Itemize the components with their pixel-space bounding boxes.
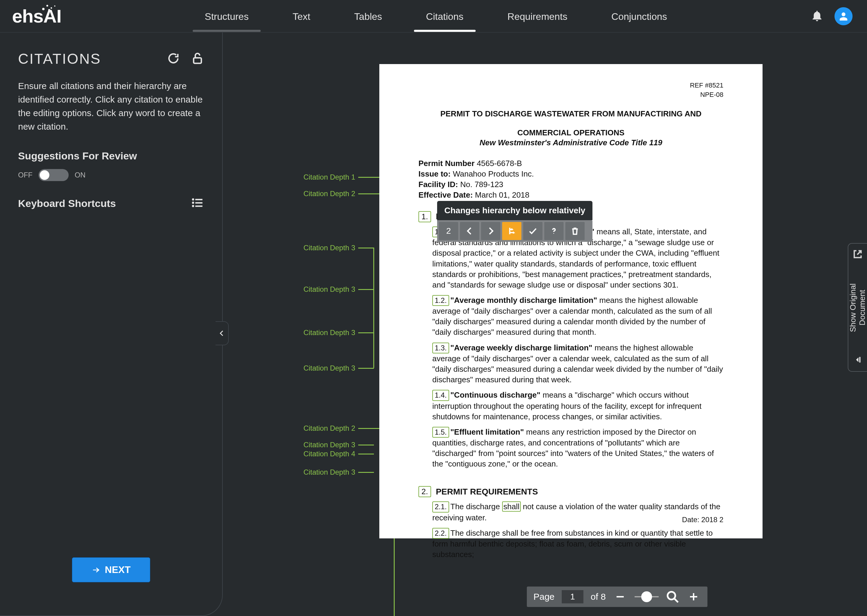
suggestions-toggle-row: OFF ON: [18, 169, 204, 181]
citation-1[interactable]: 1.: [418, 211, 431, 222]
svg-point-1: [192, 198, 194, 200]
doc-title-line1: PERMIT TO DISCHARGE WASTEWATER FROM MANU…: [418, 109, 724, 118]
page-toolbar: Page of 8: [527, 586, 708, 607]
help-button[interactable]: [544, 222, 564, 240]
depth-label-3e: Citation Depth 3: [303, 441, 355, 449]
definition-1-2[interactable]: 1.2."Average monthly discharge limitatio…: [432, 295, 724, 338]
svg-rect-13: [859, 357, 861, 363]
depth-label-3f: Citation Depth 3: [303, 468, 355, 476]
sidebar-header: CITATIONS: [18, 50, 204, 67]
nav-structures[interactable]: Structures: [202, 0, 251, 32]
document-page[interactable]: REF #8521 NPE-08 PERMIT TO DISCHARGE WAS…: [379, 64, 763, 538]
definition-1-3[interactable]: 1.3."Average weekly discharge limitation…: [432, 343, 724, 385]
header-actions: [810, 7, 853, 25]
main-nav: Structures Text Tables Citations Require…: [61, 0, 810, 32]
citation-1-2[interactable]: 1.2.: [432, 295, 449, 306]
definition-1-4[interactable]: 1.4."Continuous discharge" means a "disc…: [432, 390, 724, 422]
magnifier-icon: [666, 590, 679, 603]
hierarchy-prev-button[interactable]: [460, 222, 479, 240]
nav-conjunctions[interactable]: Conjunctions: [609, 0, 670, 32]
zoom-out-button[interactable]: [613, 589, 627, 604]
nav-requirements[interactable]: Requirements: [505, 0, 570, 32]
citation-2[interactable]: 2.: [418, 486, 431, 497]
refresh-icon[interactable]: [167, 52, 180, 66]
document-area: Citation Depth 1 Citation Depth 2 Citati…: [223, 33, 867, 616]
user-avatar[interactable]: [834, 7, 853, 25]
citations-sidebar: CITATIONS Ensure all citations and their…: [0, 33, 223, 616]
svg-rect-2: [195, 199, 203, 200]
page-footer: Date: 2018 2: [682, 515, 724, 524]
citation-1-4[interactable]: 1.4.: [432, 390, 449, 401]
depth-label-2a: Citation Depth 2: [303, 190, 355, 198]
sidebar-header-actions: [167, 52, 204, 66]
svg-rect-4: [195, 202, 203, 204]
topbar: ehsAI Structures Text Tables Citations R…: [0, 0, 867, 33]
svg-line-10: [674, 599, 678, 602]
citation-2-2[interactable]: 2.2.: [432, 528, 449, 539]
depth-label-3b: Citation Depth 3: [303, 285, 355, 294]
hierarchy-relative-button[interactable]: [502, 222, 522, 240]
delete-button[interactable]: [565, 222, 585, 240]
svg-point-3: [192, 201, 194, 204]
toolbar-tooltip: Changes hierarchy below relatively: [437, 201, 593, 220]
depth-label-2b: Citation Depth 2: [303, 424, 355, 432]
depth-label-3c: Citation Depth 3: [303, 328, 355, 337]
doc-title-line2: COMMERCIAL OPERATIONS: [418, 128, 724, 137]
drawer-label: Show Original Document: [848, 266, 867, 349]
section-2-header[interactable]: 2. PERMIT REQUIREMENTS: [418, 486, 724, 497]
doc-ref: REF #8521 NPE-08: [418, 81, 724, 99]
definition-1-5[interactable]: 1.5."Effluent limitation" means any rest…: [432, 427, 724, 470]
notifications-icon[interactable]: [810, 9, 824, 24]
definition-2-1[interactable]: 2.1.The discharge shall not cause a viol…: [432, 501, 724, 523]
sidebar-title: CITATIONS: [18, 50, 101, 67]
page-of-label: of 8: [591, 592, 606, 602]
nav-text[interactable]: Text: [290, 0, 313, 32]
citation-1-5[interactable]: 1.5.: [432, 427, 449, 438]
suggestions-title: Suggestions For Review: [18, 150, 204, 162]
sidebar-description: Ensure all citations and their hierarchy…: [18, 79, 204, 133]
highlight-shall[interactable]: shall: [502, 501, 520, 512]
zoom-in-button[interactable]: [686, 589, 701, 604]
app-logo: ehsAI: [12, 5, 61, 27]
depth-label-3d: Citation Depth 3: [303, 364, 355, 372]
hierarchy-next-button[interactable]: [481, 222, 500, 240]
citation-depth-labels: Citation Depth 1 Citation Depth 2 Citati…: [259, 33, 355, 616]
popout-icon[interactable]: [853, 249, 863, 261]
svg-point-7: [553, 233, 554, 234]
keyboard-shortcuts-row[interactable]: Keyboard Shortcuts: [18, 196, 204, 211]
next-button[interactable]: NEXT: [72, 557, 150, 582]
logo-dots-icon: [42, 4, 60, 11]
depth-label-4a: Citation Depth 4: [303, 449, 355, 458]
unlock-icon[interactable]: [191, 52, 204, 66]
svg-rect-6: [195, 206, 203, 207]
svg-rect-0: [194, 58, 202, 63]
definition-2-2[interactable]: 2.2.The discharge shall be free from sub…: [432, 528, 724, 560]
zoom-slider[interactable]: [635, 596, 659, 597]
suggestions-toggle[interactable]: [39, 169, 69, 181]
show-original-drawer[interactable]: Show Original Document: [848, 243, 867, 372]
page-number-input[interactable]: [562, 590, 583, 603]
doc-meta: Permit Number 4565-6678-B Issue to: Wana…: [418, 158, 724, 200]
svg-point-5: [192, 205, 194, 207]
doc-subtitle: New Westminster's Administrative Code Ti…: [418, 138, 724, 148]
depth-label-3a: Citation Depth 3: [303, 244, 355, 252]
nav-citations[interactable]: Citations: [424, 0, 466, 32]
nav-tables[interactable]: Tables: [352, 0, 385, 32]
svg-point-9: [668, 592, 676, 600]
confirm-button[interactable]: [523, 222, 542, 240]
next-button-label: NEXT: [105, 564, 130, 575]
hierarchy-level-input[interactable]: [439, 222, 458, 240]
list-icon: [191, 196, 204, 211]
drawer-arrow-icon: [853, 355, 862, 366]
citation-edit-toolbar: Changes hierarchy below relatively: [437, 201, 593, 242]
citation-2-1[interactable]: 2.1.: [432, 501, 449, 512]
toggle-off-label: OFF: [18, 171, 33, 179]
citation-1-3[interactable]: 1.3.: [432, 343, 449, 354]
keyboard-shortcuts-title: Keyboard Shortcuts: [18, 198, 116, 209]
toggle-on-label: ON: [75, 171, 85, 179]
depth-label-1: Citation Depth 1: [303, 173, 355, 181]
page-label: Page: [533, 592, 555, 602]
